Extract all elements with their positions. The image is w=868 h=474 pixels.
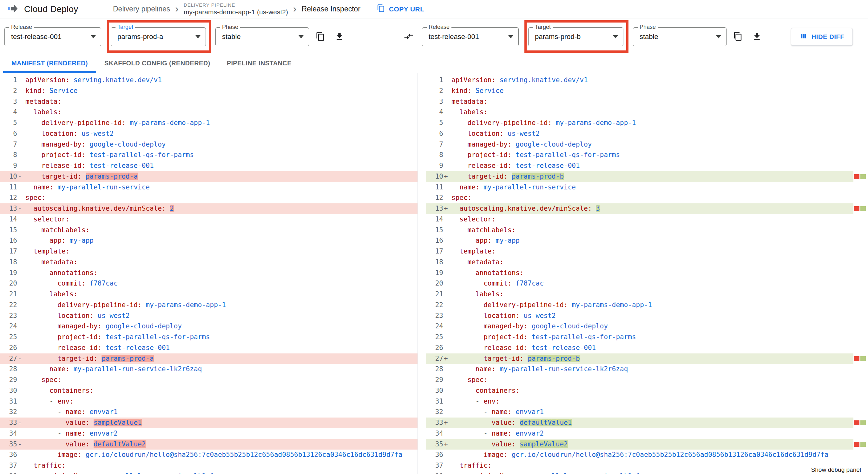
diff-sign [443, 289, 452, 300]
added-mark [860, 206, 866, 211]
diff-ruler-mark[interactable] [854, 442, 866, 447]
line-number: 36 [0, 449, 17, 461]
brand: Cloud Deploy [7, 3, 113, 16]
tab-manifest-rendered[interactable]: MANIFEST (RENDERED) [3, 55, 96, 73]
code-line: 1apiVersion: serving.knative.dev/v1 [0, 75, 417, 86]
code-line: 35+ value: sampleValue2 [426, 439, 854, 450]
dropdown-arrow-icon [299, 35, 304, 38]
release-label-left: Release [9, 24, 34, 30]
code-line: 2kind: Service [0, 86, 417, 96]
diff-sign [443, 278, 452, 289]
code-line: 37 traffic: [426, 461, 854, 471]
diff-sign [443, 139, 452, 150]
chevron-right-icon: › [293, 3, 297, 13]
line-number: 8 [0, 150, 17, 161]
tab-skaffold-config-rendered[interactable]: SKAFFOLD CONFIG (RENDERED) [96, 55, 219, 73]
line-number: 1 [426, 75, 443, 86]
release-select-right[interactable]: Release test-release-001 [422, 27, 519, 46]
code-line: 23 location: us-west2 [0, 311, 417, 321]
line-number: 28 [426, 364, 443, 375]
code-line: 7 managed-by: google-cloud-deploy [0, 139, 417, 150]
show-debug-panel-link[interactable]: Show debug panel [809, 466, 864, 474]
code-line: 27+ target-id: params-prod-b [426, 353, 854, 364]
diff-sign [17, 161, 25, 171]
app-title: Cloud Deploy [24, 4, 79, 14]
line-number: 11 [0, 182, 17, 193]
added-mark [860, 420, 866, 425]
code-line: 4 labels: [426, 107, 854, 118]
code-line: 36 image: gcr.io/cloudrun/hello@sha256:7… [426, 449, 854, 461]
line-number: 9 [426, 161, 443, 171]
copy-icon [733, 32, 743, 42]
diff-sign [443, 150, 452, 161]
pipeline-name: my-params-demo-app-1 (us-west2) [184, 8, 288, 16]
target-select-right-wrap: Target params-prod-b [528, 27, 623, 46]
hide-diff-button[interactable]: HIDE DIFF [791, 28, 853, 46]
target-select-right[interactable]: Target params-prod-b [528, 27, 623, 46]
code-line: 35- value: defaultValue2 [0, 439, 417, 450]
tab-bar: MANIFEST (RENDERED) SKAFFOLD CONFIG (REN… [0, 55, 868, 73]
line-number: 15 [0, 225, 17, 236]
code-line: 9 release-id: test-release-001 [0, 161, 417, 171]
manifest-panel-right[interactable]: 1apiVersion: serving.knative.dev/v12kind… [417, 73, 854, 474]
download-manifest-button-right[interactable] [749, 29, 765, 44]
code-line: 26 release-id: test-release-001 [426, 343, 854, 353]
diff-sign: - [17, 417, 25, 428]
diff-sign [443, 461, 452, 471]
release-select-left[interactable]: Release test-release-001 [4, 27, 101, 46]
diff-view: 1apiVersion: serving.knative.dev/v12kind… [0, 73, 868, 474]
diff-ruler-mark[interactable] [854, 174, 866, 179]
tab-pipeline-instance[interactable]: PIPELINE INSTANCE [219, 55, 300, 73]
dropdown-arrow-icon [508, 35, 513, 38]
phase-select-left[interactable]: Phase stable [215, 27, 309, 46]
breadcrumb-delivery-pipelines[interactable]: Delivery pipelines [113, 5, 170, 13]
diff-sign [443, 193, 452, 203]
code-line: 8 project-id: test-parallel-qs-for-parms [0, 150, 417, 161]
diff-sign [17, 364, 25, 375]
diff-ruler-mark[interactable] [854, 206, 866, 211]
line-number: 28 [0, 364, 17, 375]
copy-manifest-button-left[interactable] [313, 29, 328, 44]
line-number: 16 [426, 235, 443, 246]
copy-manifest-button-right[interactable] [730, 29, 746, 44]
hide-diff-label: HIDE DIFF [811, 33, 844, 41]
diff-sign [17, 214, 25, 225]
diff-sign [443, 75, 452, 86]
diff-sign [443, 385, 452, 396]
copy-url-button[interactable]: COPY URL [375, 4, 426, 14]
chevron-right-icon: › [175, 3, 179, 13]
diff-sign [17, 86, 25, 96]
line-number: 30 [0, 385, 17, 396]
phase-select-right[interactable]: Phase stable [633, 27, 726, 46]
diff-ruler-mark[interactable] [854, 420, 866, 425]
line-number: 25 [426, 332, 443, 343]
code-line: 31 - env: [0, 396, 417, 407]
diff-sign [17, 407, 25, 417]
code-line: 11 name: my-parallel-run-service [426, 182, 854, 193]
tab-label: SKAFFOLD CONFIG (RENDERED) [104, 60, 210, 67]
line-number: 27 [0, 353, 17, 364]
swap-targets-button[interactable] [401, 29, 416, 44]
line-number: 14 [426, 214, 443, 225]
target-select-left[interactable]: Target params-prod-a [111, 27, 206, 46]
diff-sign: - [17, 353, 25, 364]
code-line: 38 - revisionName: my-parallel-run-servi… [0, 471, 417, 474]
code-line: 13+ autoscaling.knative.dev/minScale: 3 [426, 203, 854, 214]
diff-sign [17, 300, 25, 311]
code-line: 24 managed-by: google-cloud-deploy [426, 321, 854, 332]
code-line: 22 delivery-pipeline-id: my-params-demo-… [426, 300, 854, 311]
code-line: 31 - env: [426, 396, 854, 407]
line-number: 35 [426, 439, 443, 450]
download-manifest-button-left[interactable] [332, 29, 347, 44]
phase-label-right: Phase [638, 24, 658, 30]
manifest-panel-left[interactable]: 1apiVersion: serving.knative.dev/v12kind… [0, 73, 417, 474]
copy-icon [377, 4, 385, 14]
diff-sign [17, 385, 25, 396]
line-number: 20 [0, 278, 17, 289]
diff-sign [17, 332, 25, 343]
diff-sign [17, 193, 25, 203]
diff-overview-ruler[interactable] [854, 73, 868, 474]
code-line: 24 managed-by: google-cloud-deploy [0, 321, 417, 332]
download-icon [752, 32, 762, 42]
diff-ruler-mark[interactable] [854, 356, 866, 361]
